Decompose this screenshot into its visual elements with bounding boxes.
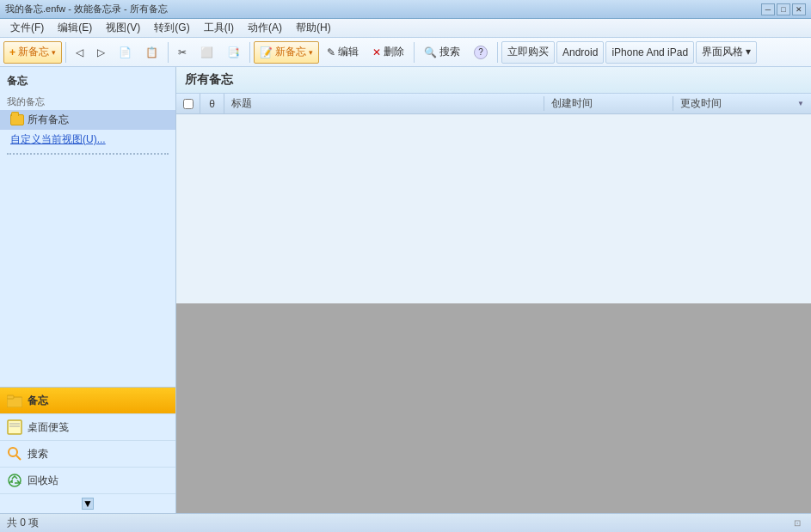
edit-button[interactable]: ✎ 编辑 bbox=[321, 41, 365, 64]
menu-action[interactable]: 动作(A) bbox=[241, 19, 289, 37]
col-num: θ bbox=[200, 94, 224, 114]
new-memo2-arrow-icon: ▾ bbox=[309, 48, 313, 57]
new-memo2-icon: 📝 bbox=[260, 46, 273, 58]
nav-search-label: 搜索 bbox=[28, 447, 48, 462]
trash-nav-icon bbox=[7, 473, 22, 488]
buy-now-label: 立即购买 bbox=[507, 45, 549, 59]
all-memos-label: 所有备忘 bbox=[28, 113, 69, 127]
table-header: θ 标题 创建时间 更改时间 ▼ bbox=[176, 94, 811, 114]
nav-tab-search[interactable]: 搜索 bbox=[0, 441, 175, 468]
my-memos-label: 我的备忘 bbox=[0, 94, 175, 110]
content-panel: 所有备忘 θ 标题 创建时间 更改时间 ▼ bbox=[176, 67, 811, 513]
customize-view-link[interactable]: 自定义当前视图(U)... bbox=[0, 130, 175, 150]
toolbar-sep-2 bbox=[168, 42, 169, 63]
title-text: 我的备忘.enfw - 效能备忘录 - 所有备忘 bbox=[5, 3, 168, 15]
toolbar-fwd-button[interactable]: ▷ bbox=[91, 41, 111, 64]
new-memo2-button[interactable]: 📝 新备忘 ▾ bbox=[254, 41, 319, 64]
toolbar-copy-button[interactable]: ⬜ bbox=[194, 41, 219, 64]
col-check bbox=[176, 94, 200, 114]
search-icon: 🔍 bbox=[424, 46, 437, 58]
new-memo2-label: 新备忘 bbox=[275, 45, 306, 59]
preview-area bbox=[176, 303, 811, 513]
content-title: 所有备忘 bbox=[176, 67, 811, 94]
folder-icon bbox=[10, 114, 24, 125]
new-memo-label: 新备忘 bbox=[18, 45, 49, 59]
edit-icon: ✎ bbox=[327, 46, 335, 58]
delete-label: 删除 bbox=[384, 45, 404, 59]
delete-button[interactable]: ✕ 删除 bbox=[366, 41, 410, 64]
menu-goto[interactable]: 转到(G) bbox=[147, 19, 196, 37]
delete-icon: ✕ bbox=[372, 46, 381, 58]
ui-style-button[interactable]: 界面风格 ▾ bbox=[696, 41, 757, 64]
title-controls: ─ □ ✕ bbox=[761, 3, 806, 15]
menu-tools[interactable]: 工具(I) bbox=[197, 19, 241, 37]
doc2-icon: 📋 bbox=[145, 46, 158, 58]
nav-tab-desktop[interactable]: 桌面便笺 bbox=[0, 414, 175, 441]
toolbar-doc2-button[interactable]: 📋 bbox=[139, 41, 164, 64]
table-body bbox=[176, 114, 811, 303]
android-button[interactable]: Android bbox=[556, 41, 604, 64]
menu-help[interactable]: 帮助(H) bbox=[289, 19, 338, 37]
toolbar-back-button[interactable]: ◁ bbox=[70, 41, 89, 64]
paste-icon: 📑 bbox=[227, 46, 240, 58]
search-button[interactable]: 🔍 搜索 bbox=[418, 41, 466, 64]
menu-edit[interactable]: 编辑(E) bbox=[51, 19, 99, 37]
toolbar-doc1-button[interactable]: 📄 bbox=[113, 41, 138, 64]
restore-button[interactable]: □ bbox=[777, 3, 790, 15]
main-area: 备忘 我的备忘 所有备忘 自定义当前视图(U)... 备忘 bbox=[0, 67, 811, 513]
new-memo-icon: + bbox=[9, 46, 15, 58]
sidebar-nav: 备忘 桌面便笺 bbox=[0, 387, 175, 513]
cut-icon: ✂ bbox=[178, 46, 187, 58]
buy-now-button[interactable]: 立即购买 bbox=[501, 41, 555, 64]
svg-rect-2 bbox=[8, 420, 22, 434]
menu-file[interactable]: 文件(F) bbox=[3, 19, 51, 37]
svg-line-6 bbox=[16, 456, 21, 460]
new-memo-button[interactable]: + 新备忘 ▾ bbox=[3, 41, 62, 64]
title-bar: 我的备忘.enfw - 效能备忘录 - 所有备忘 ─ □ ✕ bbox=[0, 0, 811, 19]
help-button[interactable]: ? bbox=[468, 41, 494, 64]
minimize-button[interactable]: ─ bbox=[761, 3, 775, 15]
nav-memo-label: 备忘 bbox=[28, 394, 48, 408]
svg-point-5 bbox=[9, 448, 17, 456]
toolbar-sep-5 bbox=[497, 42, 498, 63]
sidebar-top: 备忘 我的备忘 所有备忘 自定义当前视图(U)... bbox=[0, 67, 175, 387]
android-label: Android bbox=[562, 46, 598, 58]
nav-down-arrow[interactable]: ▼ bbox=[82, 498, 94, 510]
menu-view[interactable]: 视图(V) bbox=[99, 19, 147, 37]
nav-tab-memo[interactable]: 备忘 bbox=[0, 388, 175, 414]
sidebar: 备忘 我的备忘 所有备忘 自定义当前视图(U)... 备忘 bbox=[0, 67, 176, 513]
search-label: 搜索 bbox=[439, 45, 460, 59]
ui-style-label: 界面风格 ▾ bbox=[702, 45, 751, 59]
desktop-nav-icon bbox=[7, 419, 22, 435]
svg-rect-1 bbox=[7, 395, 14, 399]
toolbar-sep-3 bbox=[249, 42, 250, 63]
toolbar-sep-1 bbox=[65, 42, 66, 63]
col-title: 标题 bbox=[224, 96, 544, 111]
toolbar-cut-button[interactable]: ✂ bbox=[172, 41, 193, 64]
col-created: 创建时间 bbox=[544, 96, 673, 111]
toolbar-paste-button[interactable]: 📑 bbox=[221, 41, 246, 64]
resize-handle[interactable]: ⊡ bbox=[790, 517, 804, 530]
table-area: θ 标题 创建时间 更改时间 ▼ bbox=[176, 94, 811, 303]
sort-arrow-icon: ▼ bbox=[797, 100, 804, 107]
select-all-checkbox[interactable] bbox=[183, 99, 194, 109]
toolbar-sep-4 bbox=[414, 42, 415, 63]
close-button[interactable]: ✕ bbox=[792, 3, 806, 15]
toolbar: + 新备忘 ▾ ◁ ▷ 📄 📋 ✂ ⬜ 📑 📝 新备忘 ▾ ✎ 编辑 ✕ 删除 bbox=[0, 38, 811, 67]
edit-label: 编辑 bbox=[338, 45, 359, 59]
status-text: 共 0 项 bbox=[7, 516, 39, 530]
nav-desktop-label: 桌面便笺 bbox=[28, 420, 69, 435]
iphone-ipad-button[interactable]: iPhone And iPad bbox=[605, 41, 694, 64]
nav-trash-label: 回收站 bbox=[28, 474, 58, 488]
nav-tab-trash[interactable]: 回收站 bbox=[0, 468, 175, 494]
menu-bar: 文件(F) 编辑(E) 视图(V) 转到(G) 工具(I) 动作(A) 帮助(H… bbox=[0, 19, 811, 38]
iphone-ipad-label: iPhone And iPad bbox=[611, 46, 688, 58]
doc1-icon: 📄 bbox=[119, 46, 132, 58]
memo-nav-icon bbox=[7, 393, 22, 408]
sidebar-divider bbox=[7, 153, 169, 155]
col-modified: 更改时间 ▼ bbox=[673, 96, 811, 111]
status-bar: 共 0 项 ⊡ bbox=[0, 513, 811, 532]
sidebar-item-all-memos[interactable]: 所有备忘 bbox=[0, 110, 175, 130]
new-memo-arrow-icon: ▾ bbox=[52, 48, 56, 57]
help-icon: ? bbox=[474, 46, 488, 59]
